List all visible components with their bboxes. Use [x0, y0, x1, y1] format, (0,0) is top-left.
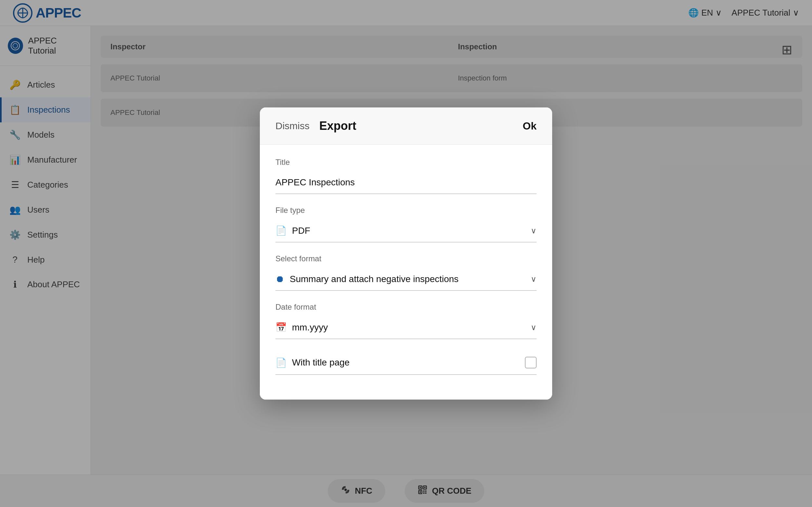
date-format-label: Date format [275, 302, 537, 312]
title-page-checkbox[interactable] [525, 357, 537, 369]
modal-overlay: Dismiss Export Ok Title File type 📄 PDF [0, 0, 812, 507]
title-value[interactable] [275, 171, 537, 194]
date-format-select[interactable]: 📅 mm.yyyy ∨ [275, 316, 537, 339]
modal-header: Dismiss Export Ok [260, 107, 552, 145]
calendar-icon: 📅 [275, 322, 287, 333]
modal-body: Title File type 📄 PDF ∨ Select forma [260, 145, 552, 400]
export-modal: Dismiss Export Ok Title File type 📄 PDF [260, 107, 552, 400]
select-format-value: Summary and attach negative inspections [290, 274, 459, 284]
dismiss-button[interactable]: Dismiss [275, 120, 310, 131]
title-page-icon: 📄 [275, 357, 287, 368]
date-format-field-group: Date format 📅 mm.yyyy ∨ [275, 302, 537, 339]
file-type-select-left: 📄 PDF [275, 225, 310, 236]
title-page-left: 📄 With title page [275, 357, 350, 368]
date-format-chevron-icon: ∨ [531, 323, 537, 332]
pdf-icon: 📄 [275, 225, 287, 236]
file-type-value: PDF [292, 226, 310, 236]
date-format-select-left: 📅 mm.yyyy [275, 322, 328, 333]
date-format-value: mm.yyyy [292, 322, 328, 333]
title-input[interactable] [275, 177, 537, 187]
file-type-select[interactable]: 📄 PDF ∨ [275, 219, 537, 242]
file-type-chevron-icon: ∨ [531, 226, 537, 235]
toggle-icon: ⏺ [275, 274, 285, 284]
select-format-chevron-icon: ∨ [531, 275, 537, 284]
select-format-field-group: Select format ⏺ Summary and attach negat… [275, 254, 537, 291]
ok-button[interactable]: Ok [523, 120, 537, 132]
title-page-checkbox-row: 📄 With title page [275, 351, 537, 375]
modal-title: Export [319, 119, 356, 133]
file-type-field-group: File type 📄 PDF ∨ [275, 206, 537, 242]
select-format-select-left: ⏺ Summary and attach negative inspection… [275, 274, 459, 284]
select-format-select[interactable]: ⏺ Summary and attach negative inspection… [275, 268, 537, 291]
title-label: Title [275, 158, 537, 167]
title-page-label: With title page [292, 357, 350, 368]
select-format-label: Select format [275, 254, 537, 263]
title-field-group: Title [275, 158, 537, 194]
file-type-label: File type [275, 206, 537, 215]
title-page-field-group: 📄 With title page [275, 351, 537, 375]
